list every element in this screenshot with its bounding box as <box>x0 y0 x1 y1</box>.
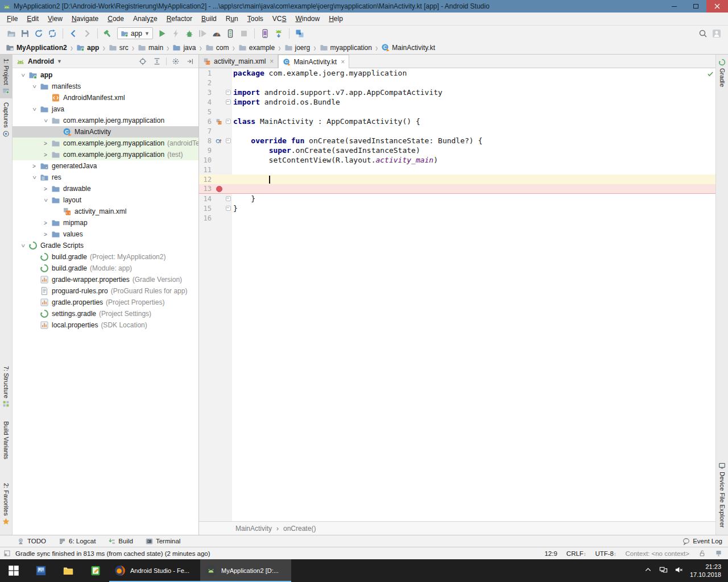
taskbar-photos-button[interactable] <box>27 559 55 582</box>
code-line-14[interactable]: 14− } <box>199 194 715 203</box>
tab-mainactivity-kt[interactable]: CMainActivity.kt× <box>278 55 349 68</box>
tree-item-local-properties[interactable]: local.properties(SDK Location) <box>13 319 198 331</box>
gutter-icon-area[interactable] <box>214 136 224 146</box>
code-line-8[interactable]: 8− override fun onCreate(savedInstanceSt… <box>199 136 715 146</box>
gutter-icon-area[interactable] <box>214 88 224 97</box>
gutter-icon-area[interactable] <box>214 107 224 117</box>
event-log-button[interactable]: Event Log <box>682 538 722 545</box>
menu-help[interactable]: Help <box>324 13 348 24</box>
lock-icon[interactable] <box>698 550 706 557</box>
context-indicator[interactable]: Context: <no context> <box>625 550 689 557</box>
search-button[interactable] <box>696 27 710 40</box>
avatar-button[interactable] <box>710 27 723 40</box>
fold-area[interactable]: − <box>224 119 232 124</box>
tree-item-activity-main-xml[interactable]: activity_main.xml <box>13 206 198 217</box>
gutter-icon-area[interactable] <box>214 194 224 203</box>
gutter-icon-area[interactable] <box>214 78 224 88</box>
tree-item-settings-gradle[interactable]: settings.gradle(Project Settings) <box>13 308 198 319</box>
save-all-button[interactable] <box>18 27 32 40</box>
breadcrumb-app[interactable]: app <box>75 43 100 52</box>
tree-item-manifests[interactable]: >manifests <box>13 81 198 92</box>
code-line-15[interactable]: 15−} <box>199 203 715 213</box>
tree-item-mipmap[interactable]: >mipmap <box>13 217 198 228</box>
breadcrumb-class[interactable]: MainActivity <box>235 525 272 533</box>
fold-area[interactable]: − <box>224 196 232 201</box>
tree-item-generatedjava[interactable]: >generatedJava <box>13 160 198 172</box>
back-button[interactable] <box>67 27 80 40</box>
fold-marker-icon[interactable]: − <box>226 99 231 105</box>
tree-closed-arrow-icon[interactable]: > <box>40 186 51 192</box>
toolwindow-toggle-icon[interactable] <box>3 550 11 557</box>
code-line-3[interactable]: 3−import android.support.v7.app.AppCompa… <box>199 88 715 97</box>
locate-button[interactable] <box>138 56 148 66</box>
tree-item-gradle-properties[interactable]: gradle.properties(Project Properties) <box>13 297 198 308</box>
menu-edit[interactable]: Edit <box>22 13 43 24</box>
debug-button[interactable] <box>183 27 196 40</box>
tree-item-app[interactable]: >app <box>13 69 198 81</box>
breadcrumb-java[interactable]: java <box>171 43 197 52</box>
tree-item-res[interactable]: >res <box>13 172 198 183</box>
project-view-mode[interactable]: Android <box>28 57 54 65</box>
menu-view[interactable]: View <box>43 13 67 24</box>
code-line-11[interactable]: 11 <box>199 165 715 174</box>
run-coverage-button[interactable] <box>196 27 210 40</box>
apply-changes-button[interactable] <box>169 27 183 40</box>
breadcrumb-joerg[interactable]: joerg <box>283 43 312 52</box>
maximize-button[interactable] <box>685 0 706 13</box>
tree-closed-arrow-icon[interactable]: > <box>40 140 51 147</box>
menu-code[interactable]: Code <box>103 13 129 24</box>
gutter-icon-area[interactable] <box>214 203 224 213</box>
fold-marker-icon[interactable]: − <box>226 90 231 95</box>
code-line-5[interactable]: 5 <box>199 107 715 117</box>
menu-file[interactable]: File <box>2 13 22 24</box>
profile-button[interactable] <box>210 27 224 40</box>
code-line-1[interactable]: 1package com.example.joerg.myapplication <box>199 68 715 78</box>
stripe-tab-1-project[interactable]: 1: Project <box>0 55 13 98</box>
line-separator[interactable]: CRLF↕ <box>566 550 586 557</box>
breadcrumb-src[interactable]: src <box>107 43 130 52</box>
caret-position[interactable]: 12:9 <box>544 550 557 557</box>
tree-open-arrow-icon[interactable]: > <box>43 194 49 206</box>
menu-window[interactable]: Window <box>291 13 324 24</box>
close-button[interactable] <box>706 0 728 13</box>
fold-area[interactable]: − <box>224 99 232 105</box>
toolwindow-todo[interactable]: TODO <box>17 538 46 545</box>
make-project-button[interactable] <box>101 27 115 40</box>
toolwindow-terminal[interactable]: Terminal <box>146 538 180 545</box>
tree-open-arrow-icon[interactable]: > <box>31 103 38 115</box>
tray-tray-up-button[interactable] <box>644 566 652 576</box>
taskbar-clock[interactable]: 21:2317.10.2018 <box>690 563 721 579</box>
code-line-12[interactable]: 12 <box>199 174 715 184</box>
tree-item-build-gradle[interactable]: build.gradle(Module: app) <box>13 263 198 274</box>
tree-open-arrow-icon[interactable]: > <box>20 69 26 81</box>
stripe-tab-captures[interactable]: Captures <box>0 98 13 142</box>
avd-manager-button[interactable] <box>258 27 272 40</box>
start-button[interactable] <box>0 559 27 582</box>
tree-item-gradle-wrapper-properties[interactable]: gradle-wrapper.properties(Gradle Version… <box>13 274 198 285</box>
tab-close-icon[interactable]: × <box>270 57 274 65</box>
sync-gradle-button[interactable] <box>293 27 307 40</box>
menu-navigate[interactable]: Navigate <box>67 13 103 24</box>
fold-marker-icon[interactable]: − <box>226 196 231 201</box>
tree-item-com-example-joerg-myapplication[interactable]: >com.example.joerg.myapplication(test) <box>13 149 198 160</box>
run-play-button[interactable] <box>155 27 169 40</box>
synchronize-button[interactable] <box>32 27 46 40</box>
tree-open-arrow-icon[interactable]: > <box>31 81 38 92</box>
menu-tools[interactable]: Tools <box>243 13 268 24</box>
tree-open-arrow-icon[interactable]: > <box>43 115 49 126</box>
tray-network-button[interactable] <box>659 566 668 576</box>
minimize-button[interactable] <box>663 0 685 13</box>
tree-item-gradle-scripts[interactable]: >Gradle Scripts <box>13 240 198 251</box>
breadcrumb-com[interactable]: com <box>204 43 230 52</box>
fold-area[interactable]: − <box>224 206 232 211</box>
highlighting-level-icon[interactable] <box>715 550 722 557</box>
gutter-icon-area[interactable] <box>214 126 224 136</box>
tree-item-androidmanifest-xml[interactable]: AndroidManifest.xml <box>13 92 198 103</box>
collapse-all-button[interactable] <box>152 56 162 66</box>
tree-closed-arrow-icon[interactable]: > <box>40 152 51 158</box>
breadcrumb-myapplication[interactable]: myapplication <box>318 43 373 52</box>
gutter-icon-area[interactable] <box>214 213 224 223</box>
menu-analyze[interactable]: Analyze <box>129 13 162 24</box>
settings-button[interactable] <box>171 56 181 66</box>
code-line-16[interactable]: 16 <box>199 213 715 223</box>
